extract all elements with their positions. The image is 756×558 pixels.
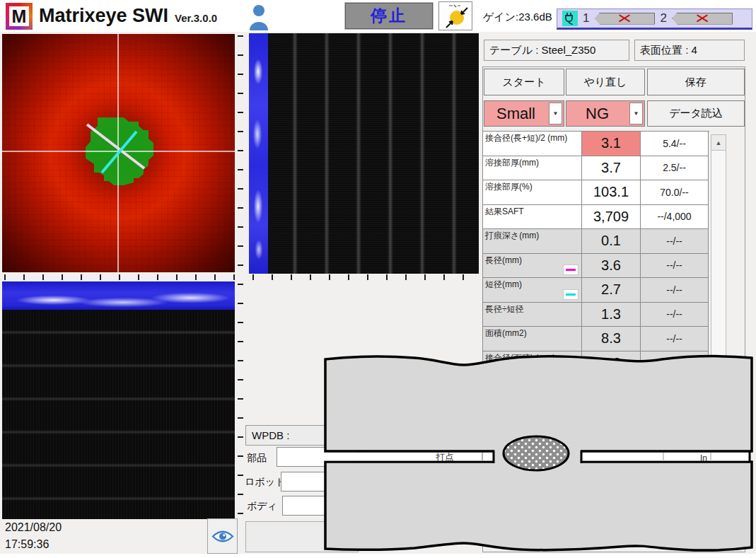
matrixeye-window: M Matrixeye SWIVer.3.0.0 停止 ゲイン:23.6dB 1… (0, 0, 756, 558)
measure-button[interactable] (438, 1, 472, 30)
table-row: 短径(mm) 2.7 --/-- (483, 278, 709, 303)
weld-nugget (504, 436, 569, 470)
app-logo-icon: M (6, 3, 33, 30)
body-label: ボディ (247, 500, 277, 513)
eye-icon (211, 529, 234, 544)
stop-button[interactable]: 停止 (345, 3, 433, 29)
right-slot (581, 453, 750, 461)
chevron-down-icon[interactable]: ▼ (629, 103, 643, 124)
table-scrollbar[interactable]: ▲ (711, 134, 726, 357)
measurement-table: 接合径(長+短)/2 (mm) 3.1 5.4/-- 溶接部厚(mm) 3.7 … (482, 131, 709, 376)
gain-readout: ゲイン:23.6dB (483, 11, 552, 24)
scroll-up-icon[interactable]: ▲ (711, 135, 726, 151)
channel-2-label: 2 (660, 11, 666, 25)
left-slot (324, 453, 494, 461)
x-mark-icon (696, 12, 709, 25)
value-cell: 3.1 (582, 132, 641, 156)
result-select[interactable]: NG ▼ (566, 100, 645, 127)
probe-plug-icon (562, 11, 578, 26)
bottom-sheet (325, 462, 752, 550)
channel-1-indicator[interactable] (594, 13, 655, 25)
table-row: 結果SAFT 3,709 --/4,000 (483, 205, 709, 230)
start-button[interactable]: スタート (484, 69, 564, 95)
long-axis-swatch (563, 265, 578, 275)
table-row: 長径(mm) 3.6 --/-- (483, 254, 709, 279)
weld-cross-section-diagram: 打点 In (322, 354, 756, 554)
bscan-horizontal-view[interactable] (2, 281, 235, 519)
app-title: Matrixeye SWIVer.3.0.0 (39, 5, 217, 27)
app-version: Ver.3.0.0 (175, 12, 217, 24)
measure-icon (439, 2, 472, 30)
time-text: 17:59:36 (5, 536, 62, 553)
short-axis-swatch (563, 289, 578, 300)
cscan-view[interactable] (2, 34, 235, 272)
user-icon[interactable] (248, 4, 269, 30)
table-row: 溶接部厚(%) 103.1 70.0/-- (483, 180, 709, 205)
channel-1-label: 1 (583, 11, 589, 25)
datetime-readout: 2021/08/20 17:59:36 (5, 519, 62, 553)
occluded-text-fragment: 打点 (436, 452, 454, 463)
view-toggle-button[interactable] (207, 518, 238, 554)
save-button[interactable]: 保存 (647, 69, 745, 95)
ruler-vertical (238, 35, 243, 519)
x-mark-icon (618, 12, 631, 25)
table-row: 接合径(長+短)/2 (mm) 3.1 5.4/-- (483, 132, 709, 156)
table-row: 打痕深さ(mm) 0.1 --/-- (483, 229, 709, 254)
bscan-vertical-view[interactable] (249, 33, 479, 274)
table-name-box: テーブル : Steel_Z350 (484, 40, 629, 61)
load-data-button[interactable]: データ読込 (647, 100, 745, 127)
surface-echo-band (249, 33, 268, 274)
channel-status-panel: 1 2 (557, 8, 752, 30)
logo-letter: M (12, 8, 27, 25)
date-text: 2021/08/20 (5, 519, 62, 536)
channel-2-indicator[interactable] (672, 13, 733, 25)
bottom-strip (0, 554, 756, 558)
surface-echo-band (2, 281, 235, 310)
part-label: 部品 (247, 452, 267, 465)
table-row: 面積(mm2) 8.3 --/-- (483, 327, 709, 351)
size-select[interactable]: Small ▼ (484, 100, 564, 127)
robot-label: ロボット (245, 476, 285, 489)
table-row: 溶接部厚(mm) 3.7 2.5/-- (483, 156, 709, 181)
redo-button[interactable]: やり直し (566, 69, 645, 95)
chevron-down-icon[interactable]: ▼ (549, 103, 562, 124)
surface-position-box: 表面位置 : 4 (634, 40, 745, 61)
table-row: 長径÷短径 1.3 --/-- (483, 303, 709, 327)
